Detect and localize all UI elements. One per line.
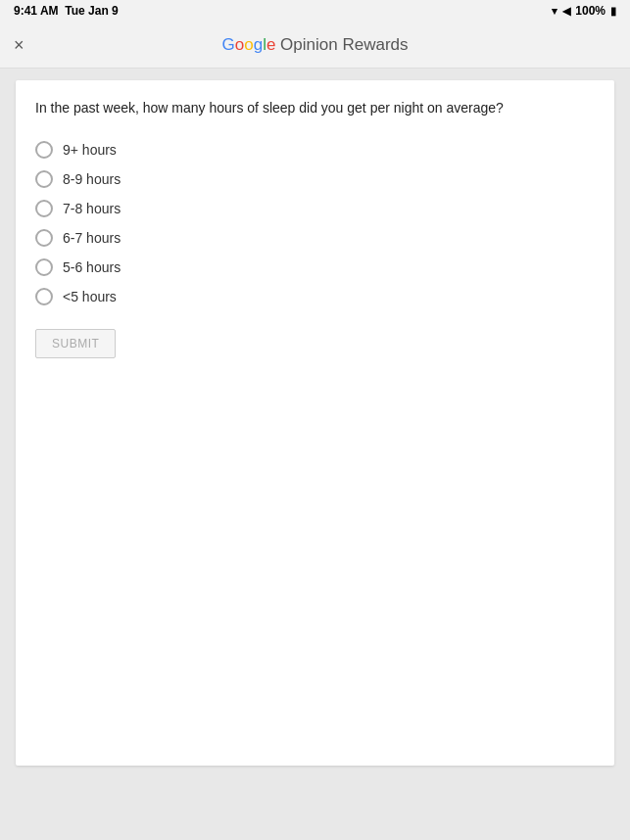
option-label-7-8: 7-8 hours <box>63 201 121 216</box>
option-label-5-6: 5-6 hours <box>63 259 121 275</box>
status-bar: 9:41 AM Tue Jan 9 ▾ ◀ 100% ▮ <box>0 0 630 22</box>
option-label-9plus: 9+ hours <box>63 142 117 158</box>
option-item[interactable]: 8-9 hours <box>35 164 595 194</box>
radio-8-9[interactable] <box>35 170 53 188</box>
submit-button[interactable]: SUBMIT <box>35 329 116 358</box>
radio-5-6[interactable] <box>35 258 53 276</box>
option-item[interactable]: 7-8 hours <box>35 194 595 223</box>
option-item[interactable]: 9+ hours <box>35 135 595 164</box>
status-time-date: 9:41 AM Tue Jan 9 <box>14 4 119 18</box>
option-item[interactable]: <5 hours <box>35 282 595 311</box>
survey-card: In the past week, how many hours of slee… <box>16 80 614 766</box>
options-list: 9+ hours 8-9 hours 7-8 hours 6-7 hours 5… <box>35 135 595 311</box>
radio-7-8[interactable] <box>35 200 53 217</box>
app-title: Google Opinion Rewards <box>221 35 408 55</box>
wifi-icon: ▾ <box>552 5 557 18</box>
option-label-6-7: 6-7 hours <box>63 230 121 246</box>
question-text: In the past week, how many hours of slee… <box>35 98 595 117</box>
close-button[interactable]: × <box>14 36 24 54</box>
option-label-8-9: 8-9 hours <box>63 171 121 187</box>
battery-percent: 100% <box>575 4 606 18</box>
radio-9plus[interactable] <box>35 141 53 159</box>
signal-icon: ◀ <box>562 5 570 18</box>
top-bar: × Google Opinion Rewards <box>0 22 630 69</box>
main-content: In the past week, how many hours of slee… <box>0 69 630 840</box>
radio-6-7[interactable] <box>35 229 53 247</box>
option-item[interactable]: 5-6 hours <box>35 253 595 282</box>
option-label-less-5: <5 hours <box>63 289 117 304</box>
battery-icon: ▮ <box>610 5 616 18</box>
radio-less-5[interactable] <box>35 288 53 305</box>
status-indicators: ▾ ◀ 100% ▮ <box>552 4 616 18</box>
option-item[interactable]: 6-7 hours <box>35 223 595 253</box>
